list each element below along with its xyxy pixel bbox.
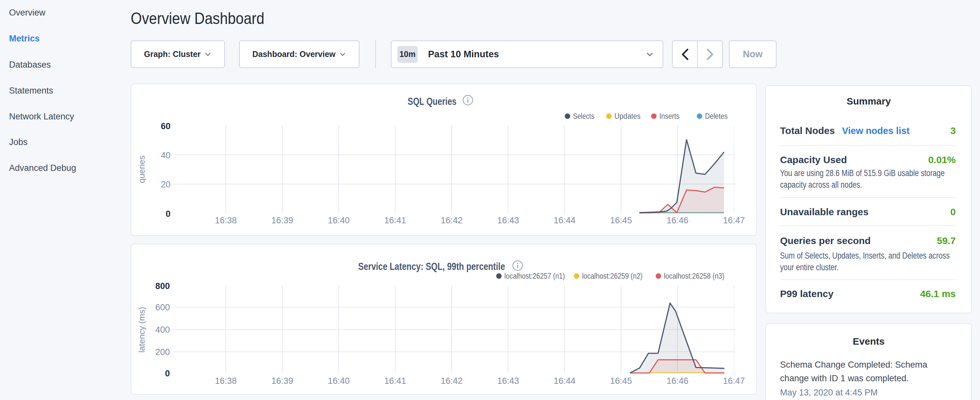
svg-text:16:41: 16:41 <box>384 215 406 225</box>
svg-text:200: 200 <box>155 347 170 357</box>
svg-text:SQL Queries: SQL Queries <box>408 96 457 107</box>
svg-text:16:40: 16:40 <box>328 215 350 225</box>
svg-text:16:43: 16:43 <box>497 376 519 386</box>
svg-text:16:44: 16:44 <box>554 376 576 386</box>
svg-text:queries: queries <box>137 155 146 183</box>
svg-text:16:46: 16:46 <box>667 215 689 225</box>
svg-text:16:41: 16:41 <box>384 376 406 386</box>
svg-text:16:40: 16:40 <box>328 376 350 386</box>
svg-text:localhost:26259 (n2): localhost:26259 (n2) <box>582 272 643 280</box>
svg-text:16:47: 16:47 <box>723 215 745 225</box>
svg-text:Inserts: Inserts <box>659 112 679 120</box>
svg-text:800: 800 <box>155 281 170 291</box>
svg-text:400: 400 <box>155 325 170 335</box>
svg-text:Updates: Updates <box>614 112 641 120</box>
svg-text:20: 20 <box>161 180 170 189</box>
svg-text:16:45: 16:45 <box>610 215 632 225</box>
svg-text:60: 60 <box>161 121 170 131</box>
svg-text:localhost:26258 (n3): localhost:26258 (n3) <box>664 272 724 280</box>
svg-text:0: 0 <box>165 369 170 378</box>
svg-text:Service Latency: SQL, 99th per: Service Latency: SQL, 99th percentile <box>358 261 505 272</box>
svg-text:16:39: 16:39 <box>272 215 293 225</box>
svg-text:0: 0 <box>165 209 170 219</box>
svg-text:16:38: 16:38 <box>215 215 237 225</box>
svg-text:600: 600 <box>155 303 170 312</box>
svg-text:Selects: Selects <box>573 112 594 120</box>
svg-text:16:42: 16:42 <box>441 215 463 225</box>
svg-text:40: 40 <box>161 150 170 160</box>
svg-text:16:38: 16:38 <box>215 376 237 386</box>
svg-text:16:42: 16:42 <box>441 376 463 386</box>
svg-text:latency (ms): latency (ms) <box>137 307 146 353</box>
svg-text:16:39: 16:39 <box>272 376 293 386</box>
svg-text:localhost:26257 (n1): localhost:26257 (n1) <box>504 272 565 280</box>
svg-text:16:43: 16:43 <box>497 215 519 225</box>
svg-text:16:47: 16:47 <box>723 376 745 386</box>
svg-text:16:46: 16:46 <box>667 376 689 386</box>
svg-text:16:45: 16:45 <box>610 376 632 386</box>
svg-text:Deletes: Deletes <box>705 112 728 120</box>
svg-text:16:44: 16:44 <box>554 215 576 225</box>
